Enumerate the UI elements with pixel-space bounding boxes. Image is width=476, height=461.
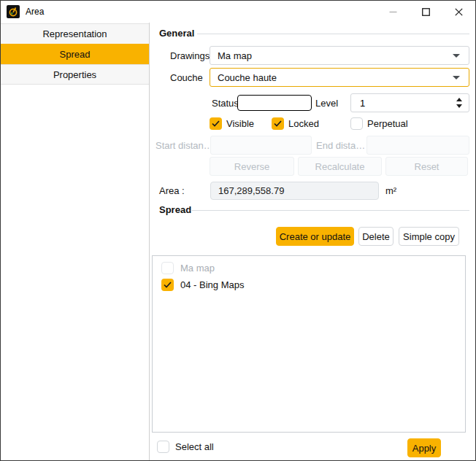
- perpetual-label: Perpetual: [367, 117, 408, 130]
- sidebar: Representation Spread Properties: [1, 23, 150, 460]
- window-title: Area: [26, 7, 44, 17]
- drawings-label: Drawings: [170, 46, 210, 65]
- visible-checkbox[interactable]: [210, 117, 222, 130]
- end-distance-input: [366, 136, 469, 155]
- maximize-button[interactable]: [410, 1, 442, 23]
- tab-representation[interactable]: Representation: [1, 23, 149, 44]
- perpetual-checkbox[interactable]: [350, 117, 363, 130]
- list-item[interactable]: Ma map: [153, 260, 465, 276]
- spinner-arrows: [456, 98, 462, 108]
- ma-map-checkbox[interactable]: [161, 262, 174, 274]
- general-group-title: General: [159, 28, 194, 39]
- apply-button[interactable]: Apply: [407, 438, 441, 457]
- status-input[interactable]: [237, 95, 312, 111]
- spread-list: Ma map 04 - Bing Maps: [152, 255, 466, 433]
- area-label: Area :: [159, 182, 185, 200]
- check-icon: [274, 120, 282, 127]
- tab-spread[interactable]: Spread: [1, 44, 149, 64]
- delete-button[interactable]: Delete: [358, 227, 394, 246]
- list-item-label: Ma map: [180, 263, 215, 274]
- close-icon: [455, 8, 463, 16]
- couche-dropdown[interactable]: Couche haute: [210, 68, 469, 87]
- check-icon: [212, 120, 220, 127]
- spinner-down-icon[interactable]: [456, 104, 462, 108]
- level-input[interactable]: [351, 94, 439, 112]
- chevron-down-icon: [453, 54, 460, 58]
- end-distance-label: End dista…: [316, 136, 365, 155]
- level-spinner[interactable]: [350, 93, 469, 112]
- select-all-checkbox[interactable]: [157, 441, 169, 453]
- start-distance-label: Start distan…: [156, 136, 213, 155]
- recalculate-button: Recalculate: [298, 157, 382, 176]
- level-label: Level: [315, 93, 338, 112]
- maximize-icon: [422, 8, 430, 16]
- area-dialog-window: Area Representation Spread Properties Ge…: [0, 0, 476, 461]
- list-item[interactable]: 04 - Bing Maps: [153, 276, 465, 293]
- general-group-line: [197, 34, 469, 34]
- tab-properties[interactable]: Properties: [1, 64, 149, 85]
- window-controls: [377, 1, 475, 23]
- status-label: Status: [212, 93, 239, 112]
- locked-checkbox[interactable]: [272, 117, 284, 130]
- reset-button: Reset: [385, 157, 468, 176]
- simple-copy-button[interactable]: Simple copy: [399, 227, 459, 246]
- minimize-icon: [389, 8, 397, 16]
- minimize-button[interactable]: [377, 1, 410, 23]
- spread-group-title: Spread: [159, 204, 191, 215]
- visible-label: Visible: [226, 117, 254, 130]
- close-button[interactable]: [442, 1, 475, 23]
- spinner-up-icon[interactable]: [456, 98, 462, 101]
- check-icon: [164, 282, 172, 288]
- chevron-down-icon: [453, 76, 460, 80]
- drawings-dropdown[interactable]: Ma map: [210, 46, 469, 65]
- couche-dropdown-value: Couche haute: [218, 72, 277, 83]
- app-logo-icon: [7, 5, 20, 18]
- couche-label: Couche: [170, 68, 203, 87]
- reverse-button: Reverse: [210, 157, 294, 176]
- area-value: 167,289,558.79: [218, 185, 284, 196]
- title-bar: Area: [1, 1, 475, 23]
- spread-group-line: [191, 210, 469, 211]
- locked-label: Locked: [288, 117, 319, 130]
- start-distance-input: [210, 136, 312, 155]
- area-unit: m²: [385, 182, 396, 200]
- select-all-label: Select all: [175, 441, 214, 453]
- main-panel: General Drawings Ma map Couche Couche ha…: [150, 23, 475, 460]
- create-or-update-button[interactable]: Create or update: [276, 227, 354, 246]
- bing-maps-checkbox[interactable]: [161, 279, 174, 291]
- drawings-dropdown-value: Ma map: [218, 50, 252, 61]
- list-item-label: 04 - Bing Maps: [180, 279, 244, 290]
- area-value-field: 167,289,558.79: [210, 182, 379, 200]
